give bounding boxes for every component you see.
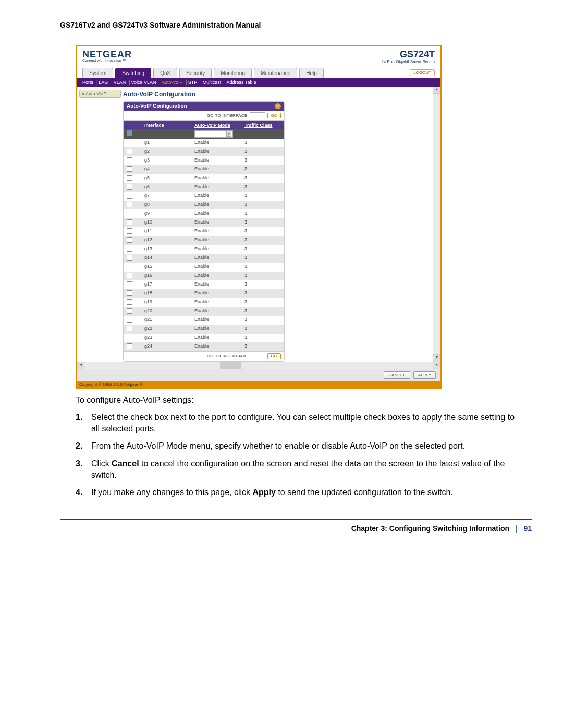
- row-checkbox[interactable]: [127, 175, 132, 181]
- subtab-voice-vlan[interactable]: Voice VLAN: [131, 80, 156, 85]
- chapter-name: Chapter 3: Configuring Switching Informa…: [351, 524, 509, 533]
- scroll-down-icon[interactable]: ▾: [433, 354, 440, 362]
- row-checkbox[interactable]: [127, 290, 132, 296]
- cell-traffic-class: 3: [241, 139, 284, 147]
- scroll-right-icon[interactable]: ▸: [433, 362, 440, 369]
- table-row: g12Enable3: [124, 236, 284, 245]
- row-checkbox[interactable]: [127, 246, 132, 252]
- col-interface[interactable]: Interface: [141, 121, 191, 129]
- mode-select[interactable]: v: [194, 130, 233, 138]
- logo: NETGEAR: [82, 50, 132, 59]
- goto-label-top: GO TO INTERFACE: [207, 113, 248, 118]
- row-checkbox[interactable]: [127, 184, 132, 190]
- cell-interface: g3: [141, 156, 191, 165]
- tab-qos[interactable]: QoS: [153, 68, 177, 78]
- cell-traffic-class: 3: [241, 298, 284, 307]
- cell-traffic-class: 3: [241, 254, 284, 263]
- go-button-bottom[interactable]: GO: [267, 353, 281, 359]
- main-tabs: SystemSwitchingQoSSecurityMonitoringMain…: [77, 66, 440, 78]
- go-button-top[interactable]: GO: [267, 113, 281, 118]
- cell-traffic-class: 3: [241, 227, 284, 236]
- cell-interface: g20: [141, 307, 191, 316]
- row-checkbox[interactable]: [127, 343, 132, 349]
- tab-system[interactable]: System: [82, 68, 113, 78]
- cell-traffic-class: 3: [241, 156, 284, 165]
- tab-help[interactable]: Help: [299, 68, 324, 78]
- side-button-auto-voip[interactable]: » Auto-VoIP: [79, 90, 121, 98]
- row-checkbox[interactable]: [127, 211, 132, 216]
- section-title: Auto-VoIP Configuration: [123, 91, 430, 98]
- cell-mode: Enable: [191, 227, 241, 236]
- table-row: g1Enable3: [124, 139, 284, 147]
- goto-input-top[interactable]: [250, 112, 265, 119]
- goto-input-bottom[interactable]: [250, 353, 265, 360]
- scroll-thumb[interactable]: [220, 362, 241, 369]
- row-checkbox[interactable]: [127, 140, 132, 145]
- row-checkbox[interactable]: [127, 335, 132, 340]
- row-checkbox[interactable]: [127, 228, 132, 234]
- row-checkbox[interactable]: [127, 219, 132, 225]
- cell-mode: Enable: [191, 289, 241, 298]
- subtab-lag[interactable]: LAG: [99, 80, 108, 85]
- cell-mode: Enable: [191, 209, 241, 218]
- row-checkbox[interactable]: [127, 273, 132, 278]
- cell-interface: g18: [141, 289, 191, 298]
- row-checkbox[interactable]: [127, 264, 132, 269]
- row-checkbox[interactable]: [127, 317, 132, 323]
- cell-interface: g5: [141, 174, 191, 183]
- scroll-up-icon[interactable]: ▴: [433, 87, 440, 94]
- table-row: g24Enable3: [124, 342, 284, 351]
- tab-monitoring[interactable]: Monitoring: [214, 68, 252, 78]
- row-checkbox[interactable]: [127, 299, 132, 305]
- row-checkbox[interactable]: [127, 193, 132, 199]
- cell-interface: g9: [141, 209, 191, 218]
- col-mode[interactable]: Auto-VoIP Mode: [191, 121, 241, 129]
- subtab-auto-voip[interactable]: Auto-VoIP: [162, 80, 183, 85]
- row-checkbox[interactable]: [127, 308, 132, 314]
- subtab-ports[interactable]: Ports: [82, 80, 93, 85]
- cell-interface: g11: [141, 227, 191, 236]
- cell-traffic-class: 3: [241, 325, 284, 334]
- cell-mode: Enable: [191, 201, 241, 209]
- tab-security[interactable]: Security: [179, 68, 212, 78]
- subtab-stp[interactable]: STP: [188, 80, 198, 85]
- col-traffic-class[interactable]: Traffic Class: [241, 121, 284, 129]
- screenshot: NETGEAR Connect with Innovation ™ GS724T…: [76, 45, 442, 389]
- row-checkbox[interactable]: [127, 255, 132, 261]
- table-row: g23Enable3: [124, 334, 284, 342]
- cell-mode: Enable: [191, 218, 241, 227]
- row-checkbox[interactable]: [127, 281, 132, 287]
- row-checkbox[interactable]: [127, 202, 132, 207]
- cell-interface: g21: [141, 316, 191, 325]
- model-desc: 24 Port Gigabit Smart Switch: [381, 60, 435, 65]
- subtab-address-table[interactable]: Address Table: [227, 80, 256, 85]
- cancel-button[interactable]: CANCEL: [384, 371, 410, 379]
- logout-button[interactable]: LOGOUT: [410, 69, 435, 76]
- row-checkbox[interactable]: [127, 157, 132, 163]
- row-checkbox[interactable]: [127, 166, 132, 172]
- help-icon[interactable]: ?: [275, 103, 281, 109]
- vertical-scrollbar[interactable]: ▴ ▾: [433, 87, 440, 362]
- select-all-checkbox[interactable]: [127, 130, 132, 136]
- cell-traffic-class: 3: [241, 280, 284, 289]
- subtab-multicast[interactable]: Multicast: [203, 80, 222, 85]
- scroll-left-icon[interactable]: ◂: [77, 362, 84, 369]
- row-checkbox[interactable]: [127, 326, 132, 331]
- cell-interface: g4: [141, 165, 191, 174]
- cell-traffic-class: 3: [241, 236, 284, 245]
- instruction-step: 1.Select the check box next to the port …: [85, 412, 521, 434]
- tab-maintenance[interactable]: Maintenance: [254, 68, 297, 78]
- cell-mode: Enable: [191, 342, 241, 351]
- table-header: Interface Auto-VoIP Mode Traffic Class: [124, 121, 284, 129]
- table-row: g19Enable3: [124, 298, 284, 307]
- row-checkbox[interactable]: [127, 149, 132, 154]
- subtab-vlan[interactable]: VLAN: [114, 80, 126, 85]
- cell-traffic-class: 3: [241, 272, 284, 280]
- apply-button[interactable]: APPLY: [413, 371, 436, 379]
- tab-switching[interactable]: Switching: [115, 68, 151, 78]
- horizontal-scrollbar[interactable]: ◂ ▸: [77, 362, 440, 369]
- cell-mode: Enable: [191, 236, 241, 245]
- cell-mode: Enable: [191, 183, 241, 192]
- row-checkbox[interactable]: [127, 237, 132, 243]
- instructions: To configure Auto-VoIP settings: 1.Selec…: [76, 394, 521, 498]
